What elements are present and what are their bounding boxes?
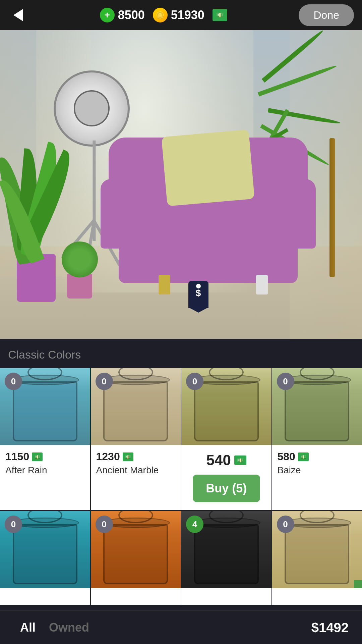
color-card-dark[interactable]: 4 [181, 511, 272, 605]
cash-mini-baize: 💵 [298, 452, 309, 461]
lamp-inner [74, 90, 110, 126]
badge-teal: 0 [5, 516, 22, 533]
badge-after-rain: 0 [5, 373, 22, 390]
sofa-cushion [162, 129, 255, 206]
done-button[interactable]: Done [299, 4, 354, 26]
color-card-orange[interactable]: 0 [91, 511, 181, 605]
bottom-tabs: All Owned $1492 [0, 610, 362, 644]
section-title: Classic Colors [0, 339, 362, 368]
color-preview-baize: 0 [272, 368, 362, 445]
name-after-rain: After Rain [5, 465, 85, 476]
badge-orange: 0 [96, 516, 113, 533]
price-label: $1492 [311, 620, 349, 635]
green-currency-item: + 8500 [100, 8, 145, 22]
color-card-antiquity[interactable]: 0 540 💵 Buy (5) 540 Antiquity [181, 368, 272, 510]
small-plant-pot [67, 274, 93, 299]
tab-all-label: All [20, 621, 36, 635]
currency-group: + 8500 🪙 51930 💵 [100, 8, 227, 22]
price-tag-symbol: $ [196, 288, 201, 299]
price-tag[interactable]: $ [188, 281, 208, 308]
buy-button[interactable]: Buy (5) [193, 475, 260, 502]
currency1-value: 8500 [118, 8, 145, 22]
cash-mini-after-rain: 💵 [32, 452, 43, 461]
badge-sand: 0 [277, 516, 294, 533]
tab-all[interactable]: All [13, 617, 42, 638]
color-info-after-rain: 1150 💵 After Rain [0, 445, 90, 482]
price-row-ancient-marble: 1230 💵 [96, 450, 176, 463]
tab-owned[interactable]: Owned [42, 617, 96, 638]
lamp-head [54, 70, 130, 147]
selected-price-display: 540 💵 [206, 452, 246, 469]
color-card-sand[interactable]: 0 [272, 511, 362, 605]
color-preview-after-rain: 0 [0, 368, 90, 445]
color-preview-orange: 0 [91, 511, 181, 588]
color-info-ancient-marble: 1230 💵 Ancient Marble [91, 445, 181, 482]
badge-ancient-marble: 0 [96, 373, 113, 390]
badge-dark: 4 [186, 516, 203, 533]
small-plant-leaves [62, 241, 98, 278]
color-card-after-rain[interactable]: 0 1150 💵 After Rain [0, 368, 90, 510]
color-card-baize[interactable]: 0 580 💵 Baize [272, 368, 362, 510]
color-grid-row2: 0 0 [0, 511, 362, 605]
price-after-rain: 1150 [5, 450, 29, 463]
color-preview-dark: 4 [181, 511, 272, 588]
selected-cash-icon: 💵 [234, 455, 246, 465]
price-baize: 580 [278, 450, 295, 463]
room-scene: $ [0, 30, 362, 339]
coin-icon: 🪙 [153, 8, 168, 22]
color-info-baize: 580 💵 Baize [272, 445, 362, 482]
name-baize: Baize [278, 465, 357, 476]
green-indicator [354, 580, 362, 588]
sofa [109, 144, 308, 283]
cash-mini-ancient-marble: 💵 [123, 452, 133, 461]
price-display: $1492 [311, 620, 349, 635]
color-preview-antiquity: 0 [181, 368, 272, 445]
price-ancient-marble: 1230 [96, 450, 120, 463]
color-card-ancient-marble[interactable]: 0 1230 💵 Ancient Marble [91, 368, 181, 510]
badge-antiquity: 0 [186, 373, 203, 390]
back-arrow-icon [13, 9, 23, 21]
selected-card-content: 540 💵 Buy (5) [181, 445, 272, 510]
price-row-after-rain: 1150 💵 [5, 450, 85, 463]
tab-owned-label: Owned [49, 621, 89, 635]
sofa-leg-left [159, 275, 171, 294]
top-bar: + 8500 🪙 51930 💵 Done [0, 0, 362, 30]
color-preview-teal: 0 [0, 511, 90, 588]
color-preview-ancient-marble: 0 [91, 368, 181, 445]
coin-currency-item: 🪙 51930 [153, 8, 204, 22]
name-ancient-marble: Ancient Marble [96, 465, 176, 476]
price-row-baize: 580 💵 [278, 450, 357, 463]
color-preview-sand: 0 [272, 511, 362, 588]
color-card-teal[interactable]: 0 [0, 511, 90, 605]
price-tag-hole [196, 284, 201, 288]
color-grid: 0 1150 💵 After Rain [0, 368, 362, 511]
selected-price: 540 [206, 452, 231, 469]
bottom-panel: Classic Colors 0 1150 💵 [0, 339, 362, 644]
add-currency-button[interactable]: + [100, 8, 115, 22]
currency2-value: 51930 [171, 8, 204, 22]
cash-icon: 💵 [213, 9, 227, 21]
sofa-leg-right [256, 275, 268, 294]
small-plant [62, 243, 98, 299]
back-button[interactable] [8, 5, 28, 25]
badge-baize: 0 [277, 373, 294, 390]
